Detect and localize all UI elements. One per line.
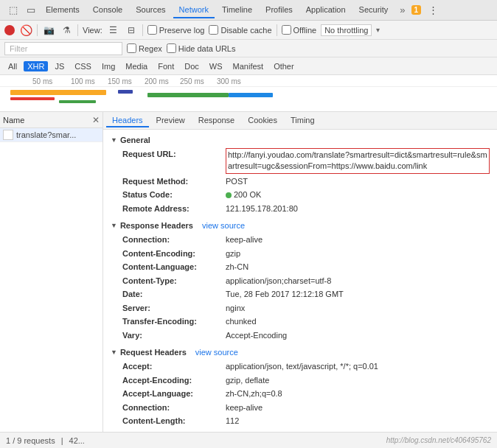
request-method-row: Request Method: POST bbox=[111, 175, 490, 189]
tab-application[interactable]: Application bbox=[300, 2, 352, 18]
req-accept-value: application/json, text/javascript, */*; … bbox=[226, 360, 490, 373]
detail-tab-preview[interactable]: Preview bbox=[150, 114, 191, 127]
resp-content-type-row: Content-Type: application/json;charset=u… bbox=[111, 274, 490, 288]
throttle-select[interactable]: No throttling bbox=[321, 24, 372, 36]
resp-content-encoding-key: Content-Encoding: bbox=[122, 248, 226, 260]
tab-sources[interactable]: Sources bbox=[130, 2, 171, 18]
response-headers-section-header[interactable]: ▼ Response Headers view source bbox=[111, 221, 490, 230]
resp-transfer-encoding-key: Transfer-Encoding: bbox=[122, 315, 226, 328]
general-triangle-icon: ▼ bbox=[111, 136, 117, 144]
hide-data-urls-checkbox[interactable]: Hide data URLs bbox=[167, 43, 236, 53]
offline-checkbox[interactable]: Offline bbox=[282, 25, 317, 35]
status-dot-icon bbox=[226, 192, 232, 198]
type-btn-other[interactable]: Other bbox=[270, 61, 298, 71]
inspect-icon[interactable]: ⬚ bbox=[6, 3, 21, 18]
toolbar-separator-4 bbox=[277, 24, 277, 36]
request-headers-section-header[interactable]: ▼ Request Headers view source bbox=[111, 348, 490, 357]
type-btn-doc[interactable]: Doc bbox=[181, 61, 203, 71]
type-btn-js[interactable]: JS bbox=[51, 61, 68, 71]
regex-label: Regex bbox=[139, 44, 162, 53]
detail-tab-timing[interactable]: Timing bbox=[285, 114, 321, 127]
resp-content-type-key: Content-Type: bbox=[122, 275, 226, 287]
throttle-arrow-icon[interactable]: ▾ bbox=[376, 26, 380, 34]
response-headers-view-source[interactable]: view source bbox=[202, 221, 245, 230]
request-list: Name ✕ translate?smar... bbox=[0, 112, 103, 432]
timeline-area: 50 ms 100 ms 150 ms 200 ms 250 ms 300 ms bbox=[0, 75, 497, 112]
type-btn-img[interactable]: Img bbox=[98, 61, 119, 71]
status-code-text: 200 OK bbox=[234, 190, 261, 199]
general-section-header[interactable]: ▼ General bbox=[111, 136, 490, 144]
devtools-icons: ⬚ ▭ bbox=[6, 3, 38, 18]
request-url-key: Request URL: bbox=[122, 148, 226, 161]
resp-server-value: nginx bbox=[226, 302, 490, 315]
name-column-header: Name bbox=[3, 116, 24, 125]
clear-button[interactable]: 🚫 bbox=[19, 24, 32, 37]
resp-vary-row: Vary: Accept-Encoding bbox=[111, 329, 490, 343]
camera-icon[interactable]: 📷 bbox=[42, 24, 55, 37]
ruler-mark-100: 100 ms bbox=[71, 77, 95, 85]
preserve-log-input[interactable] bbox=[147, 25, 157, 35]
resp-vary-key: Vary: bbox=[122, 329, 226, 342]
req-content-length-row: Content-Length: 112 bbox=[111, 414, 490, 428]
resp-vary-value: Accept-Encoding bbox=[226, 329, 490, 342]
req-connection-row: Connection: keep-alive bbox=[111, 401, 490, 415]
type-btn-all[interactable]: All bbox=[4, 61, 21, 71]
more-menu-icon[interactable]: ⋮ bbox=[425, 3, 440, 18]
tab-network[interactable]: Network bbox=[173, 2, 215, 18]
type-btn-css[interactable]: CSS bbox=[71, 61, 95, 71]
disable-cache-input[interactable] bbox=[209, 25, 218, 35]
toolbar-separator-1 bbox=[37, 24, 38, 36]
record-button[interactable] bbox=[4, 25, 15, 35]
req-accept-language-key: Accept-Language: bbox=[122, 388, 226, 400]
detail-panel: Headers Preview Response Cookies Timing … bbox=[103, 112, 497, 432]
toolbar-separator-3 bbox=[142, 24, 143, 36]
type-btn-ws[interactable]: WS bbox=[206, 61, 226, 71]
filter-icon[interactable]: ⚗ bbox=[60, 24, 73, 37]
resp-connection-key: Connection: bbox=[122, 234, 226, 246]
request-item[interactable]: translate?smar... bbox=[0, 128, 102, 142]
regex-input[interactable] bbox=[127, 43, 136, 53]
view-label: View: bbox=[83, 26, 102, 35]
request-name: translate?smar... bbox=[16, 130, 76, 139]
type-btn-media[interactable]: Media bbox=[122, 61, 151, 71]
tab-elements[interactable]: Elements bbox=[40, 2, 86, 18]
preserve-log-checkbox[interactable]: Preserve log bbox=[147, 25, 205, 35]
view-detail-icon[interactable]: ⊟ bbox=[125, 24, 138, 37]
request-list-header: Name ✕ bbox=[0, 112, 102, 128]
close-detail-button[interactable]: ✕ bbox=[92, 115, 100, 125]
timeline-ruler: 50 ms 100 ms 150 ms 200 ms 250 ms 300 ms bbox=[0, 75, 497, 87]
status-code-row: Status Code: 200 OK bbox=[111, 188, 490, 202]
req-connection-key: Connection: bbox=[122, 402, 226, 414]
regex-checkbox[interactable]: Regex bbox=[127, 43, 162, 53]
filter-input[interactable] bbox=[4, 42, 122, 55]
bar-ssl bbox=[118, 90, 133, 94]
detail-tab-headers[interactable]: Headers bbox=[106, 114, 149, 127]
bar-wait bbox=[147, 93, 229, 97]
network-toolbar: 🚫 📷 ⚗ View: ☰ ⊟ Preserve log Disable cac… bbox=[0, 21, 497, 40]
req-accept-encoding-value: gzip, deflate bbox=[226, 374, 490, 387]
detail-tab-response[interactable]: Response bbox=[192, 114, 241, 127]
offline-input[interactable] bbox=[282, 25, 291, 35]
requests-count: 1 / 9 requests bbox=[6, 436, 55, 445]
tab-console[interactable]: Console bbox=[87, 2, 128, 18]
tab-profiles[interactable]: Profiles bbox=[260, 2, 299, 18]
type-btn-xhr[interactable]: XHR bbox=[24, 61, 48, 71]
resp-content-language-key: Content-Language: bbox=[122, 261, 226, 273]
request-headers-view-source[interactable]: view source bbox=[195, 348, 238, 357]
hide-data-urls-input[interactable] bbox=[167, 43, 176, 53]
device-icon[interactable]: ▭ bbox=[24, 3, 38, 18]
response-headers-triangle-icon: ▼ bbox=[111, 222, 117, 229]
tab-overflow[interactable]: » bbox=[395, 1, 409, 18]
request-icon bbox=[3, 130, 13, 140]
offline-label: Offline bbox=[293, 26, 317, 35]
detail-tab-cookies[interactable]: Cookies bbox=[242, 114, 283, 127]
type-btn-manifest[interactable]: Manifest bbox=[229, 61, 268, 71]
tab-security[interactable]: Security bbox=[353, 2, 395, 18]
watermark: http://blog.csdn.net/c406495762 bbox=[386, 436, 491, 444]
type-btn-font[interactable]: Font bbox=[154, 61, 178, 71]
resp-connection-row: Connection: keep-alive bbox=[111, 233, 490, 247]
view-list-icon[interactable]: ☰ bbox=[107, 24, 120, 37]
tab-timeline[interactable]: Timeline bbox=[216, 2, 258, 18]
resp-content-encoding-value: gzip bbox=[226, 248, 490, 260]
disable-cache-checkbox[interactable]: Disable cache bbox=[209, 25, 271, 35]
